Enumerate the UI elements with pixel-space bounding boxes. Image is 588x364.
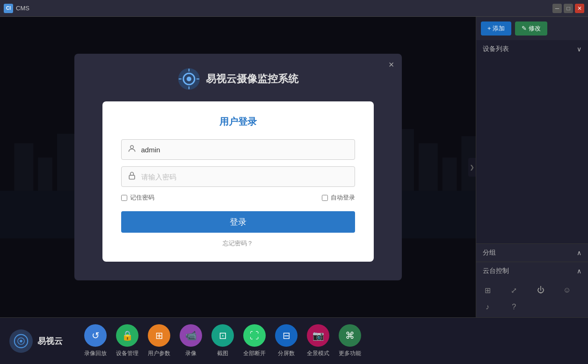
toolbar-label-fullscreen: 全景模式 — [307, 350, 329, 357]
toolbar-label-capture: 截图 — [217, 350, 228, 357]
toolbar-item-fullscreen[interactable]: 📷全景模式 — [307, 324, 329, 357]
toolbar-label-more: 更多功能 — [339, 350, 361, 357]
remember-password-label[interactable]: 记住密码 — [121, 193, 154, 202]
sidebar-bottom-controls: ⊞ ⤢ ⏻ ☺ ♪ ? — [476, 280, 588, 317]
toolbar-item-record[interactable]: 📹录像 — [180, 324, 202, 357]
toolbar-icon-more: ⌘ — [339, 324, 361, 347]
bottom-toolbar: 易视云 ↺录像回放🔒设备管理⊞用户参数📹录像⊡截图⛶全部断开⊟分屏数📷全景模式⌘… — [0, 317, 588, 364]
toolbar-item-device[interactable]: 🔒设备管理 — [116, 324, 138, 357]
toolbar-icon-device: 🔒 — [116, 324, 138, 347]
toolbar-icon-stopall: ⛶ — [243, 324, 266, 347]
modal-overlay: × 易视云摄像监控系统 用户登录 — [0, 17, 476, 317]
modal-title-text: 易视云摄像监控系统 — [206, 72, 298, 86]
ctrl-power-icon[interactable]: ⏻ — [534, 284, 547, 297]
toolbar-item-playback[interactable]: ↺录像回放 — [84, 324, 107, 357]
login-button[interactable]: 登录 — [121, 211, 355, 233]
brand-name-text: 易视云 — [37, 335, 63, 347]
toolbar-icon-fullscreen: 📷 — [307, 324, 329, 347]
sidebar-top-bar: + 添加 ✎ 修改 — [476, 17, 588, 40]
toolbar-item-stopall[interactable]: ⛶全部断开 — [243, 324, 266, 357]
toolbar-icon-user: ⊞ — [148, 324, 170, 347]
group-section-header[interactable]: 分组 ∧ — [476, 244, 588, 262]
toolbar-icon-record: 📹 — [180, 324, 202, 347]
svg-point-23 — [130, 145, 133, 149]
minimize-button[interactable]: ─ — [552, 4, 562, 13]
window-title: CMS — [16, 5, 29, 12]
ptz-section-header[interactable]: 云台控制 ∧ — [476, 262, 588, 280]
main-content-area: × 易视云摄像监控系统 用户登录 — [0, 17, 476, 317]
auto-login-label[interactable]: 自动登录 — [322, 193, 355, 202]
group-section: 分组 ∧ — [476, 243, 588, 262]
checkbox-row: 记住密码 自动登录 — [121, 193, 355, 202]
toolbar-item-more[interactable]: ⌘更多功能 — [339, 324, 361, 357]
edit-button[interactable]: ✎ 修改 — [515, 21, 547, 36]
svg-rect-24 — [129, 175, 135, 179]
ptz-section: 云台控制 ∧ — [476, 262, 588, 280]
auto-login-checkbox[interactable] — [322, 195, 328, 201]
login-card-title: 用户登录 — [121, 115, 355, 128]
password-input[interactable] — [141, 173, 349, 181]
ctrl-volume-icon[interactable]: ♪ — [481, 300, 494, 314]
remember-password-checkbox[interactable] — [121, 195, 127, 201]
user-icon — [127, 144, 137, 156]
toolbar-item-user[interactable]: ⊞用户参数 — [148, 324, 170, 357]
toolbar-label-playback: 录像回放 — [84, 350, 107, 357]
device-list-area: 设备列表 ∨ — [476, 40, 588, 243]
password-input-group — [121, 166, 355, 187]
brand-area: 易视云 — [9, 329, 70, 353]
modal-logo-icon — [178, 68, 200, 90]
toolbar-item-capture[interactable]: ⊡截图 — [211, 324, 234, 357]
username-input-group — [121, 139, 355, 160]
forgot-password-link[interactable]: 忘记密码？ — [121, 239, 355, 248]
username-input[interactable] — [141, 146, 349, 154]
modal-close-button[interactable]: × — [389, 59, 394, 70]
toolbar-icon-capture: ⊡ — [211, 324, 234, 347]
login-modal: × 易视云摄像监控系统 用户登录 — [74, 54, 402, 280]
brand-logo — [9, 329, 33, 353]
toolbar-label-record: 录像 — [185, 350, 196, 357]
svg-point-27 — [20, 340, 22, 343]
toolbar-label-device: 设备管理 — [116, 350, 138, 357]
svg-point-22 — [187, 77, 191, 81]
ctrl-help-icon[interactable]: ? — [508, 300, 521, 314]
ctrl-grid-icon[interactable]: ⊞ — [481, 284, 494, 297]
toolbar-items: ↺录像回放🔒设备管理⊞用户参数📹录像⊡截图⛶全部断开⊟分屏数📷全景模式⌘更多功能 — [84, 324, 579, 357]
modal-header: 易视云摄像监控系统 — [74, 68, 402, 90]
toolbar-icon-split: ⊟ — [275, 324, 298, 347]
login-card: 用户登录 — [102, 101, 374, 262]
toolbar-icon-playback: ↺ — [84, 324, 107, 347]
ctrl-face-icon[interactable]: ☺ — [560, 284, 573, 297]
right-sidebar: + 添加 ✎ 修改 设备列表 ∨ 分组 ∧ 云台控制 ∧ ⊞ ⤢ ⏻ — [476, 17, 588, 317]
toolbar-item-split[interactable]: ⊟分屏数 — [275, 324, 298, 357]
close-button[interactable]: ✕ — [575, 4, 584, 13]
lock-icon — [127, 171, 137, 183]
title-bar-left: CI CMS — [4, 4, 29, 13]
toolbar-label-split: 分屏数 — [278, 350, 295, 357]
device-list-header[interactable]: 设备列表 ∨ — [476, 40, 588, 58]
maximize-button[interactable]: □ — [564, 4, 573, 13]
ctrl-fullscreen-icon[interactable]: ⤢ — [508, 284, 521, 297]
title-bar: CI CMS ─ □ ✕ — [0, 0, 588, 17]
add-button[interactable]: + 添加 — [481, 21, 511, 36]
app-icon: CI — [4, 4, 13, 13]
toolbar-label-stopall: 全部断开 — [243, 350, 266, 357]
toolbar-label-user: 用户参数 — [148, 350, 170, 357]
window-controls: ─ □ ✕ — [552, 4, 584, 13]
